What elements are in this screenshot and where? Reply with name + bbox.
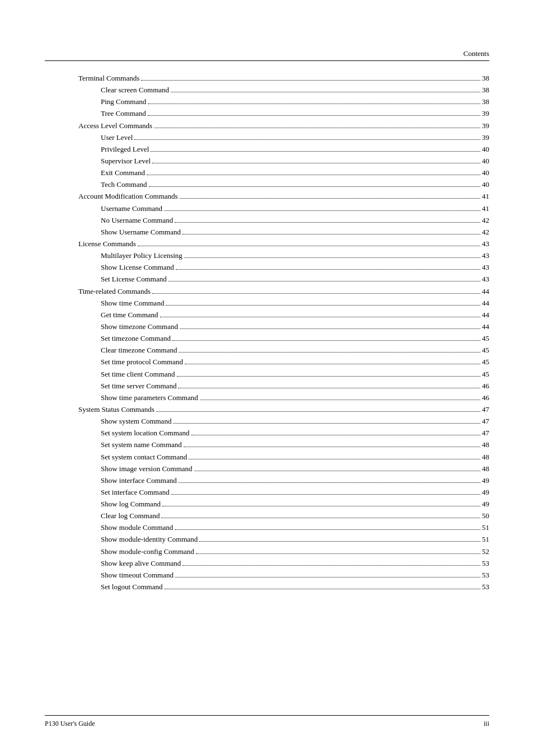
toc-page-num: 41: [482, 191, 489, 202]
toc-dots: [148, 115, 480, 116]
toc-entry-text: Clear log Command: [101, 510, 160, 522]
toc-row: Multilayer Policy Licensing43: [45, 250, 489, 261]
toc-page-num: 47: [482, 428, 489, 439]
toc-page-num: 44: [482, 309, 489, 321]
toc-dots: [152, 163, 480, 163]
toc-row: Show Username Command42: [45, 227, 489, 238]
toc-page-num: 39: [482, 120, 489, 132]
toc-row: Show timeout Command53: [45, 570, 489, 581]
toc-dots: [160, 317, 480, 317]
toc-page-num: 43: [482, 238, 489, 250]
toc-dots: [172, 340, 480, 341]
footer-right: iii: [484, 720, 489, 728]
toc-page-num: 44: [482, 298, 489, 309]
toc-entry-text: Show License Command: [101, 262, 174, 273]
toc-entry-text: Tech Command: [101, 179, 147, 190]
toc-page-num: 51: [482, 534, 489, 545]
toc-dots: [175, 577, 480, 577]
toc-page-num: 46: [482, 392, 489, 403]
toc-row: Supervisor Level40: [45, 156, 489, 167]
toc-dots: [189, 459, 480, 459]
toc-page-num: 40: [482, 144, 489, 155]
toc-dots: [152, 293, 480, 294]
toc-row: Show interface Command49: [45, 475, 489, 486]
toc-entry-text: Terminal Commands: [78, 73, 139, 84]
toc-row: Show image version Command48: [45, 463, 489, 475]
toc-row: Set interface Command49: [45, 487, 489, 498]
toc-row: Set timezone Command45: [45, 333, 489, 344]
toc-entry-text: Show Username Command: [101, 227, 181, 238]
toc-page-num: 49: [482, 475, 489, 486]
toc-row: Show log Command49: [45, 499, 489, 510]
toc-row: System Status Commands47: [45, 404, 489, 415]
toc-dots: [134, 139, 480, 140]
toc-row: Show module-identity Command51: [45, 534, 489, 545]
toc-entry-text: Show module-identity Command: [101, 534, 198, 545]
toc-entry-text: No Username Command: [101, 215, 173, 226]
toc-row: Set system contact Command48: [45, 452, 489, 463]
toc-row: Clear timezone Command45: [45, 345, 489, 356]
footer-left: P130 User's Guide: [45, 720, 95, 728]
toc-page-num: 43: [482, 274, 489, 285]
toc-row: Time-related Commands44: [45, 286, 489, 297]
toc-row: Set system name Command48: [45, 439, 489, 450]
toc-row: Ping Command38: [45, 96, 489, 107]
toc-dots: [177, 376, 480, 377]
toc-row: Show License Command43: [45, 262, 489, 273]
toc-page-num: 40: [482, 179, 489, 190]
toc-page-num: 39: [482, 132, 489, 143]
toc-dots: [164, 210, 480, 211]
toc-dots: [185, 364, 480, 364]
toc-entry-text: Privileged Level: [101, 144, 149, 155]
toc-dots: [166, 305, 480, 306]
toc-entry-text: Set system name Command: [101, 439, 182, 450]
toc-row: Set system location Command47: [45, 428, 489, 439]
toc-page-num: 45: [482, 345, 489, 356]
toc-dots: [151, 151, 480, 152]
toc-row: Username Command41: [45, 203, 489, 214]
toc-entry-text: User Level: [101, 132, 133, 143]
toc-row: Tree Command39: [45, 108, 489, 119]
toc-entry-text: Show keep alive Command: [101, 558, 181, 569]
toc-entry-text: License Commands: [78, 238, 136, 250]
toc-entry-text: Set system location Command: [101, 428, 190, 439]
toc-row: Show keep alive Command53: [45, 558, 489, 569]
footer-rule: [45, 715, 489, 716]
header-rule: [45, 60, 489, 61]
toc-dots: [141, 80, 480, 81]
toc-dots: [138, 246, 480, 246]
page: Contents Terminal Commands38Clear screen…: [0, 0, 534, 756]
toc-page-num: 49: [482, 499, 489, 510]
toc-dots: [156, 411, 480, 412]
toc-dots: [200, 400, 480, 400]
toc-row: Show time parameters Command46: [45, 392, 489, 403]
toc-dots: [176, 269, 480, 270]
toc-entry-text: Set logout Command: [101, 581, 163, 593]
toc-page-num: 53: [482, 570, 489, 581]
toc-dots: [179, 482, 480, 483]
toc-page-num: 44: [482, 321, 489, 332]
toc-row: Clear log Command50: [45, 510, 489, 522]
toc-entry-text: Show timezone Command: [101, 321, 178, 332]
toc-page-num: 40: [482, 156, 489, 167]
toc-row: Set License Command43: [45, 274, 489, 285]
toc-page-num: 48: [482, 463, 489, 475]
toc-dots: [178, 388, 480, 388]
toc-container: Terminal Commands38Clear screen Command3…: [45, 73, 489, 593]
toc-dots: [165, 589, 481, 589]
toc-row: User Level39: [45, 132, 489, 143]
toc-entry-text: Set system contact Command: [101, 452, 187, 463]
toc-row: Set logout Command53: [45, 581, 489, 593]
toc-page-num: 45: [482, 333, 489, 344]
toc-entry-text: Clear timezone Command: [101, 345, 177, 356]
toc-page-num: 38: [482, 73, 489, 84]
toc-page-num: 43: [482, 250, 489, 261]
toc-row: Tech Command40: [45, 179, 489, 190]
toc-page-num: 49: [482, 487, 489, 498]
toc-entry-text: Set timezone Command: [101, 333, 171, 344]
toc-row: Get time Command44: [45, 309, 489, 321]
toc-entry-text: Set time protocol Command: [101, 356, 183, 368]
toc-page-num: 40: [482, 167, 489, 179]
toc-page-num: 53: [482, 581, 489, 593]
toc-page-num: 47: [482, 416, 489, 427]
